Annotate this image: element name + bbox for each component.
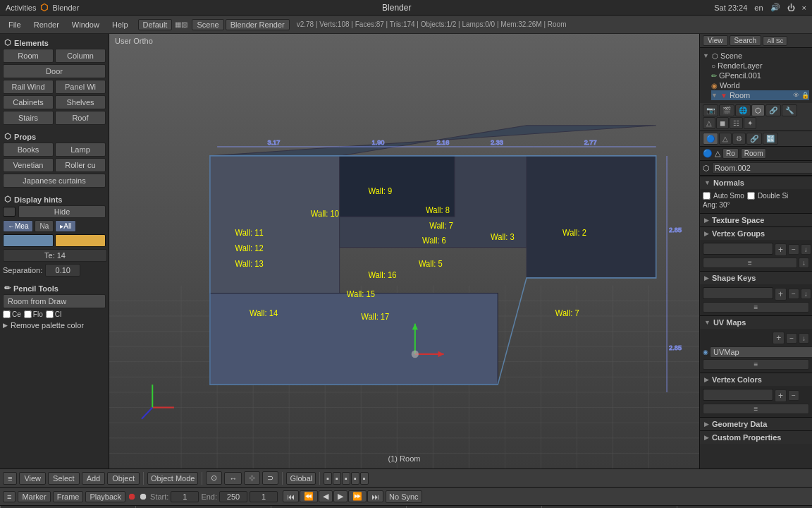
color-box-yellow[interactable]: [55, 234, 106, 247]
tab-link[interactable]: 🔗: [746, 133, 762, 145]
double-si-cb[interactable]: [747, 192, 755, 200]
vc-field[interactable]: [703, 389, 773, 401]
btn-rollercu[interactable]: Roller cu: [55, 158, 106, 172]
uv-remove-btn[interactable]: −: [786, 333, 797, 344]
room-002-field[interactable]: [712, 162, 812, 174]
tab-texture[interactable]: ☷: [730, 117, 743, 129]
prop-edit-btn[interactable]: ⊃: [262, 471, 278, 485]
vg-field[interactable]: [703, 243, 773, 255]
btn-door[interactable]: Door: [3, 64, 106, 78]
menu-render[interactable]: Render: [28, 19, 65, 30]
vc-remove-btn[interactable]: −: [788, 390, 799, 401]
step-back-btn[interactable]: ⏪: [300, 490, 318, 502]
view-btn[interactable]: View: [703, 35, 728, 46]
color-swatch[interactable]: [3, 207, 16, 217]
btn-cabinets[interactable]: Cabinets: [3, 95, 54, 109]
engine-dropdown[interactable]: Blender Render: [226, 19, 290, 30]
menu-file[interactable]: File: [3, 19, 27, 30]
tab-modifiers[interactable]: 🔧: [782, 104, 797, 116]
toggle-na[interactable]: Na: [35, 220, 54, 232]
close-btn[interactable]: ×: [802, 4, 806, 12]
btn-railwind[interactable]: Rail Wind: [3, 80, 54, 94]
checkbox-ce[interactable]: [3, 310, 11, 318]
step-fwd-btn[interactable]: ⏩: [348, 490, 367, 502]
color-box-blue[interactable]: [3, 234, 54, 247]
play-back-btn[interactable]: ◀: [319, 490, 333, 502]
geometry-data-header[interactable]: ▶ Geometry Data: [700, 418, 812, 430]
toggle-mea[interactable]: ←Mea: [3, 220, 33, 232]
playback-btn[interactable]: Playback: [85, 491, 125, 502]
uv-down-btn[interactable]: ↓: [799, 333, 809, 344]
room-from-draw-btn[interactable]: Room from Draw: [3, 294, 106, 308]
btn-column[interactable]: Column: [55, 49, 106, 63]
play-btn[interactable]: ▶: [333, 490, 347, 502]
scene-dropdown[interactable]: Scene: [192, 19, 223, 30]
viewport[interactable]: User Ortho: [109, 34, 699, 468]
btn-roof[interactable]: Roof: [55, 111, 106, 125]
uv-center-btn[interactable]: ≡: [703, 359, 809, 370]
timeline-menu-btn[interactable]: ≡: [3, 491, 16, 502]
vg-down2-btn[interactable]: ↓: [799, 258, 809, 268]
object-mode-dropdown[interactable]: Object Mode: [147, 472, 198, 485]
layer-btn-4[interactable]: ▪: [351, 472, 359, 485]
uv-add-btn[interactable]: +: [773, 332, 785, 344]
vc-center-btn[interactable]: ≡: [703, 404, 809, 414]
vg-down-btn[interactable]: ↓: [801, 244, 811, 255]
allsc-btn[interactable]: All Sc: [763, 36, 787, 46]
jump-end-btn[interactable]: ⏭: [367, 490, 383, 502]
view-menu-btn[interactable]: View: [19, 472, 46, 485]
custom-properties-header[interactable]: ▶ Custom Properties: [700, 431, 812, 444]
blender-menu-item[interactable]: Blender: [52, 4, 79, 12]
object-menu-btn[interactable]: Object: [107, 472, 140, 485]
layer-btn-3[interactable]: ▪: [342, 472, 350, 485]
texture-space-header[interactable]: ▶ Texture Space: [700, 214, 812, 226]
tab-object[interactable]: ⬡: [751, 104, 765, 116]
toggle-all[interactable]: ▸All: [55, 220, 76, 232]
tree-room[interactable]: ▼ ▼ Room 👁 🔒: [711, 90, 809, 100]
tab-constraints[interactable]: 🔗: [765, 104, 781, 116]
marker-btn[interactable]: Marker: [18, 491, 50, 502]
vertex-groups-header[interactable]: ▶ Vertex Groups: [700, 227, 812, 240]
sk-field[interactable]: [703, 287, 773, 299]
start-input[interactable]: [171, 491, 199, 502]
te-field-1[interactable]: [3, 249, 107, 262]
tab-render[interactable]: 📷: [703, 104, 718, 116]
shape-keys-header[interactable]: ▶ Shape Keys: [700, 272, 812, 284]
tree-renderlayer[interactable]: ○ RenderLayer: [711, 61, 809, 71]
mode-dropdown[interactable]: Default: [138, 19, 173, 30]
sep-field[interactable]: [45, 264, 80, 277]
normals-header[interactable]: ▼ Normals: [700, 176, 812, 189]
btn-stairs[interactable]: Stairs: [3, 111, 54, 125]
tab-material[interactable]: ◼: [716, 117, 729, 129]
uv-name-field[interactable]: [710, 346, 812, 358]
select-menu-btn[interactable]: Select: [48, 472, 80, 485]
search-btn[interactable]: Search: [730, 35, 762, 46]
sk-add-btn[interactable]: +: [775, 288, 787, 301]
btn-room[interactable]: Room: [3, 49, 54, 63]
hide-button[interactable]: Hide: [18, 205, 106, 218]
sk-center-btn[interactable]: ≡: [703, 302, 809, 313]
uv-maps-header[interactable]: ▼ UV Maps: [700, 316, 812, 329]
layer-btn-1[interactable]: ▪: [324, 472, 332, 485]
no-sync-dropdown[interactable]: No Sync: [386, 490, 422, 503]
btn-shelves[interactable]: Shelves: [55, 95, 106, 109]
tree-scene[interactable]: ▼ ⬡ Scene: [703, 51, 809, 61]
tab-data[interactable]: △: [703, 117, 715, 129]
pivot-btn[interactable]: ⊙: [206, 471, 222, 485]
frame-btn[interactable]: Frame: [53, 491, 84, 502]
sk-down-btn[interactable]: ↓: [801, 289, 811, 299]
menu-window[interactable]: Window: [66, 19, 105, 30]
layer-btn-5[interactable]: ▪: [360, 472, 369, 485]
tab-settings2[interactable]: ⚙: [732, 133, 746, 145]
frame-input[interactable]: [250, 491, 278, 502]
tab-scene[interactable]: 🎬: [719, 104, 734, 116]
tab-particles[interactable]: ✦: [744, 117, 756, 129]
btn-venetian[interactable]: Venetian: [3, 158, 54, 172]
tree-world[interactable]: ◉ World: [711, 80, 809, 90]
sk-remove-btn[interactable]: −: [788, 289, 799, 299]
checkbox-cl[interactable]: [46, 310, 54, 318]
menu-help[interactable]: Help: [106, 19, 134, 30]
manipulator-btn[interactable]: ↔: [224, 472, 242, 485]
auto-smooth-cb[interactable]: [703, 192, 710, 200]
vg-remove-btn[interactable]: −: [788, 244, 799, 255]
